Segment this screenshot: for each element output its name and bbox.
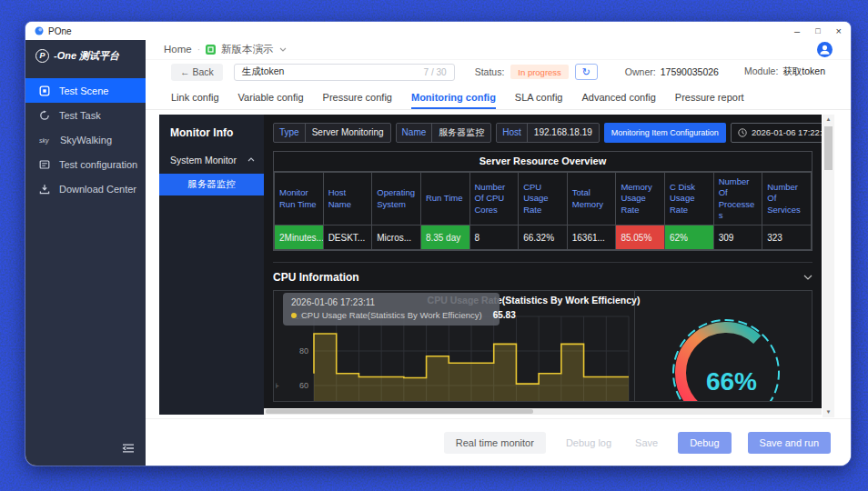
svg-text:sky: sky xyxy=(39,137,49,145)
app-taskbar-icon xyxy=(35,26,44,35)
server-resource-overview: Server Resource Overview Monitor Run Tim… xyxy=(273,151,812,251)
system-monitor-group[interactable]: System Monitor xyxy=(159,155,264,165)
back-button[interactable]: ← Back xyxy=(171,64,223,81)
window-title: POne xyxy=(48,26,72,36)
minimize-button[interactable]: – xyxy=(794,26,800,36)
real-time-monitor-button[interactable]: Real time monitor xyxy=(444,432,546,454)
horizontal-scrollbar[interactable] xyxy=(264,408,822,415)
table-cell: 309 xyxy=(713,225,762,250)
table-cell: 66.32% xyxy=(519,225,568,250)
table-cell: 85.05% xyxy=(616,225,665,250)
sidebar-item-label: Test configuration xyxy=(59,159,137,170)
sidebar-item-test-task[interactable]: Test Task xyxy=(25,103,146,127)
column-header: Run Time xyxy=(420,172,469,225)
breadcrumb: Home · 新版本演示 xyxy=(146,40,851,60)
debug-log-button[interactable]: Debug log xyxy=(562,432,615,454)
sidebar-item-test-configuration[interactable]: Test configuration xyxy=(25,152,146,176)
tab-pressure-report[interactable]: Pressure report xyxy=(675,92,744,109)
column-header: Operating System xyxy=(372,172,421,225)
task-icon xyxy=(39,110,50,121)
sidebar-menu: Test SceneTest TaskskySkyWalkingTest con… xyxy=(25,78,146,201)
close-button[interactable]: × xyxy=(836,26,842,36)
user-avatar[interactable] xyxy=(817,42,833,57)
logo-icon: P xyxy=(35,49,49,63)
refresh-icon: ↻ xyxy=(582,66,590,78)
type-box: Type Server Monitoring xyxy=(273,123,391,143)
name-label: Name xyxy=(397,124,433,142)
column-header: Monitor Run Time xyxy=(275,172,324,225)
project-name[interactable]: 新版本演示 xyxy=(221,43,274,56)
chart-tooltip: 2026-01-06 17:23:11 CPU Usage Rate(Stati… xyxy=(283,293,500,326)
tab-variable-config[interactable]: Variable config xyxy=(238,92,304,109)
svg-text:80: 80 xyxy=(299,346,308,356)
save-and-run-button[interactable]: Save and run xyxy=(748,432,831,454)
clock-icon xyxy=(738,128,747,137)
tooltip-series-name: CPU Usage Rate(Statistics By Work Effici… xyxy=(301,310,482,320)
sidebar-item-skywalking[interactable]: skySkyWalking xyxy=(25,127,146,152)
tooltip-time: 2026-01-06 17:23:11 xyxy=(291,297,491,307)
column-header: Memory Usage Rate xyxy=(616,172,665,225)
tab-sla-config[interactable]: SLA config xyxy=(515,92,563,109)
monitor-info-panel: Monitor Info System Monitor 服务器监控 xyxy=(159,115,264,415)
monitor-info-title: Monitor Info xyxy=(159,126,264,139)
app-window: POne – □ × P -One 测试平台 Test SceneTest Ta… xyxy=(25,22,851,466)
sidebar-item-download-center[interactable]: Download Center xyxy=(25,176,146,201)
tab-monitoring-config[interactable]: Monitoring config xyxy=(411,92,496,109)
svg-text:60: 60 xyxy=(299,381,308,390)
debug-button[interactable]: Debug xyxy=(678,432,731,454)
monitoring-item-configuration-button[interactable]: Monitoring Item Configuration xyxy=(604,123,726,143)
monitor-detail: Type Server Monitoring Name 服务器监控 Host 1… xyxy=(264,115,822,415)
column-header: Number Of Processes xyxy=(713,172,762,225)
column-header: Number Of Services xyxy=(762,172,812,225)
maximize-button[interactable]: □ xyxy=(815,27,820,35)
window-titlebar: POne – □ × xyxy=(25,22,851,40)
vertical-scrollbar-thumb[interactable] xyxy=(824,126,833,170)
monitoring-content: Monitor Info System Monitor 服务器监控 xyxy=(146,110,851,418)
sidebar-item-label: SkyWalking xyxy=(60,135,112,145)
scene-name-input[interactable]: 生成token 7 / 30 xyxy=(234,64,455,81)
column-header: Number Of CPU Cores xyxy=(469,172,519,225)
sidebar-item-label: Download Center xyxy=(59,184,136,195)
module-label: Module: xyxy=(744,65,778,78)
sidebar-item-label: Test Scene xyxy=(59,85,108,96)
chevron-up-icon xyxy=(247,157,255,162)
sidebar-item-label: Test Task xyxy=(59,110,101,121)
tab-advanced-config[interactable]: Advanced config xyxy=(581,92,655,109)
host-box: Host 192.168.18.19 xyxy=(496,123,600,143)
collapse-sidebar-icon[interactable] xyxy=(122,441,135,457)
chevron-down-icon[interactable] xyxy=(279,47,287,52)
monitor-item-selected[interactable]: 服务器监控 xyxy=(159,174,264,195)
project-icon xyxy=(206,45,216,55)
name-box: Name 服务器监控 xyxy=(396,123,492,143)
owner-label: Owner: xyxy=(625,66,656,77)
app-logo: P -One 测试平台 xyxy=(25,40,146,71)
vertical-scrollbar[interactable]: ▲ ▼ xyxy=(823,115,834,417)
monitoring-dark-panel: Monitor Info System Monitor 服务器监控 xyxy=(159,115,822,415)
tab-link-config[interactable]: Link config xyxy=(171,92,219,109)
horizontal-scrollbar-thumb[interactable] xyxy=(266,409,533,414)
status-label: Status: xyxy=(475,66,505,77)
table-cell: Micros... xyxy=(372,225,421,250)
datetime-picker[interactable]: 2026-01-06 17:22:46 xyxy=(731,123,822,143)
refresh-status-button[interactable]: ↻ xyxy=(575,64,598,80)
breadcrumb-home[interactable]: Home xyxy=(164,44,192,55)
char-counter: 7 / 30 xyxy=(424,67,447,77)
sidebar-item-test-scene[interactable]: Test Scene xyxy=(25,78,146,103)
table-cell: 16361... xyxy=(567,225,616,250)
column-header: CPU Usage Rate xyxy=(519,172,568,225)
save-button[interactable]: Save xyxy=(631,432,661,454)
cpu-information-section: CPU Information xyxy=(273,262,812,284)
system-monitor-label: System Monitor xyxy=(170,155,237,165)
column-header: Host Name xyxy=(323,172,372,225)
cpu-chart-panel: CPU Usage Rate(Statistics By Work Effici… xyxy=(273,290,812,402)
datazoom-handle-icon[interactable]: ⊦ xyxy=(276,382,279,390)
scroll-up-arrow[interactable]: ▲ xyxy=(823,115,834,125)
cpu-usage-line-chart[interactable]: 1008060 ⊦ 2026-01-06 17:23:11 CPU Usage … xyxy=(274,291,634,401)
scroll-down-arrow[interactable]: ▼ xyxy=(823,407,834,417)
scene-toolbar: ← Back 生成token 7 / 30 Status: In progres… xyxy=(146,60,851,85)
tab-pressure-config[interactable]: Pressure config xyxy=(323,92,392,109)
table-row: 2Minutes...DESKT...Micros...8.35 day866.… xyxy=(275,225,812,250)
collapse-section-chevron-icon[interactable] xyxy=(803,275,812,280)
datetime-value: 2026-01-06 17:22:46 xyxy=(752,127,822,137)
svg-text:66%: 66% xyxy=(706,367,757,396)
